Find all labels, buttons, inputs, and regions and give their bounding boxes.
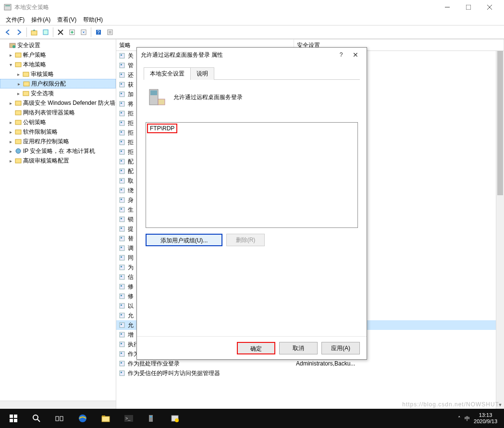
apply-button[interactable]: 应用(A): [321, 342, 360, 354]
secpol-icon[interactable]: [163, 409, 186, 428]
menu-file[interactable]: 文件(F): [3, 15, 27, 25]
dialog-close-button[interactable]: ✕: [348, 51, 363, 59]
svg-rect-65: [121, 208, 122, 210]
tree-item-ipsec[interactable]: ▸IP 安全策略，在 本地计算机: [0, 146, 116, 156]
policy-item-icon: [118, 350, 126, 358]
server-manager-icon[interactable]: [140, 409, 163, 428]
window-title: 本地安全策略: [14, 3, 437, 12]
properties-icon[interactable]: [40, 27, 51, 38]
svg-rect-20: [15, 53, 21, 57]
list-row[interactable]: 作为受信任的呼叫方访问凭据管理器: [116, 368, 504, 378]
policy-item-icon: [118, 90, 126, 98]
maximize-button[interactable]: [458, 0, 479, 14]
policy-setting-cell: Administrators,Backu...: [294, 360, 504, 367]
svg-rect-113: [102, 415, 105, 417]
tree-item-netlist[interactable]: 网络列表管理器策略: [0, 108, 116, 117]
policy-item-icon: [118, 52, 126, 60]
search-icon[interactable]: [25, 409, 48, 428]
svg-rect-103: [10, 415, 13, 418]
task-view-icon[interactable]: [48, 409, 71, 428]
clock-time: 13:13: [479, 412, 492, 418]
delete-icon[interactable]: [55, 27, 66, 38]
dialog-help-button[interactable]: ?: [334, 51, 348, 58]
policy-name-cell: 作为批处理作业登录: [128, 360, 180, 368]
svg-rect-7: [43, 30, 48, 35]
svg-rect-95: [121, 352, 122, 354]
system-tray[interactable]: ˄ 中 13:13 2020/9/13: [453, 412, 502, 425]
tab-explain[interactable]: 说明: [190, 67, 214, 80]
tree-item-pubkey[interactable]: ▸公钥策略: [0, 117, 116, 127]
policy-item-icon: [118, 292, 126, 300]
start-button[interactable]: [2, 409, 25, 428]
tree-item-sec-options[interactable]: ▸安全选项: [0, 88, 116, 98]
add-user-button[interactable]: 添加用户或组(U)...: [146, 234, 222, 246]
tree-item-appctrl[interactable]: ▸应用程序控制策略: [0, 137, 116, 146]
tree-pane: 安全设置 ▸帐户策略 ▾本地策略 ▸审核策略 ▸用户权限分配 ▸安全选项 ▸高级…: [0, 39, 116, 409]
tree-item-defender[interactable]: ▸高级安全 Windows Defender 防火墙: [0, 98, 116, 108]
forward-icon[interactable]: [14, 27, 25, 38]
toolbar-sep-3: [91, 27, 91, 37]
policy-item-icon: [118, 177, 126, 185]
policy-name-cell: 将: [128, 100, 134, 108]
svg-rect-61: [121, 189, 122, 190]
cmd-icon[interactable]: >_: [117, 409, 140, 428]
policy-item-icon: [118, 138, 126, 146]
help-icon[interactable]: ?: [93, 27, 104, 38]
svg-rect-24: [23, 91, 29, 96]
policy-name-cell: 提: [128, 225, 134, 233]
export-icon[interactable]: [67, 27, 77, 38]
tree-item-restrict[interactable]: ▸软件限制策略: [0, 127, 116, 137]
tree-item-advaudit[interactable]: ▸高级审核策略配置: [0, 156, 116, 165]
ie-icon[interactable]: [71, 409, 94, 428]
close-button[interactable]: [479, 0, 500, 14]
policy-item-icon: [118, 321, 126, 329]
policy-item-icon: [118, 283, 126, 290]
menu-view[interactable]: 查看(V): [54, 15, 79, 25]
tree-label: 用户权限分配: [31, 80, 66, 88]
dialog-footer: 确定 取消 应用(A): [137, 336, 367, 359]
menu-action[interactable]: 操作(A): [28, 15, 53, 25]
tree-root[interactable]: 安全设置: [0, 40, 116, 50]
list-row[interactable]: 作为批处理作业登录Administrators,Backu...: [116, 359, 504, 368]
tree-label: 审核策略: [31, 70, 54, 78]
svg-rect-93: [121, 343, 122, 344]
tray-chevron-icon[interactable]: ˄: [458, 415, 461, 422]
list-v-scrollbar[interactable]: ▲ ▼: [496, 51, 504, 409]
tree-h-scrollbar[interactable]: [0, 401, 116, 409]
svg-rect-26: [15, 111, 21, 115]
svg-rect-97: [121, 362, 122, 364]
policy-name-cell: 锁: [128, 215, 134, 224]
policy-item-icon: [118, 196, 126, 204]
tree-item-user-rights[interactable]: ▸用户权限分配: [0, 79, 116, 88]
policy-name-cell: 调: [128, 244, 134, 252]
svg-point-30: [16, 149, 21, 153]
refresh-icon[interactable]: [78, 27, 89, 38]
svg-rect-117: [150, 416, 152, 417]
minimize-button[interactable]: [437, 0, 458, 14]
window-controls: [437, 0, 500, 14]
svg-rect-87: [121, 314, 122, 315]
back-icon[interactable]: [2, 27, 13, 38]
svg-rect-31: [15, 159, 21, 163]
scroll-thumb[interactable]: [497, 51, 503, 195]
ok-button[interactable]: 确定: [237, 342, 275, 354]
tree-item-local[interactable]: ▾本地策略: [0, 60, 116, 69]
user-list[interactable]: FTP\RDP: [146, 122, 358, 228]
explorer-icon[interactable]: [94, 409, 117, 428]
tree-item-account[interactable]: ▸帐户策略: [0, 50, 116, 60]
menu-help[interactable]: 帮助(H): [80, 15, 106, 25]
list-icon[interactable]: [105, 27, 115, 38]
tree-label: 应用程序控制策略: [23, 138, 69, 146]
svg-rect-104: [14, 415, 17, 418]
ime-indicator[interactable]: 中: [465, 415, 470, 422]
cancel-button[interactable]: 取消: [279, 342, 318, 354]
tab-local-security[interactable]: 本地安全设置: [144, 67, 191, 80]
tree-item-audit[interactable]: ▸审核策略: [0, 69, 116, 79]
svg-rect-0: [4, 4, 11, 10]
policy-item-icon: [118, 312, 126, 319]
clock[interactable]: 13:13 2020/9/13: [474, 412, 497, 425]
svg-rect-63: [121, 199, 122, 200]
user-entry[interactable]: FTP\RDP: [147, 124, 177, 133]
up-icon[interactable]: [29, 27, 39, 38]
svg-rect-73: [121, 247, 122, 248]
